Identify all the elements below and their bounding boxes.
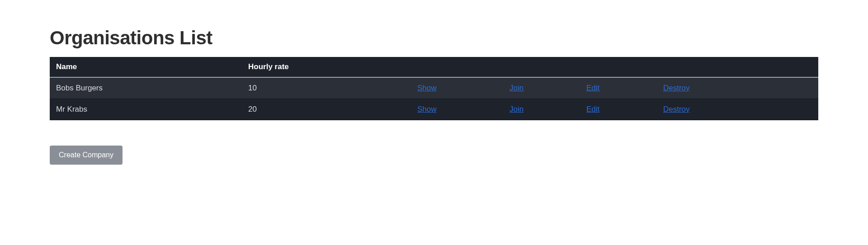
- destroy-link[interactable]: Destroy: [663, 105, 690, 113]
- column-header-edit: [580, 57, 657, 77]
- cell-hourly-rate: 10: [242, 77, 411, 99]
- edit-link[interactable]: Edit: [586, 105, 599, 113]
- page-container: Organisations List Name Hourly rate Bobs…: [0, 0, 868, 183]
- cell-edit: Edit: [580, 99, 657, 120]
- show-link[interactable]: Show: [417, 105, 437, 113]
- cell-edit: Edit: [580, 77, 657, 99]
- organisations-table: Name Hourly rate Bobs Burgers10ShowJoinE…: [50, 57, 818, 120]
- destroy-link[interactable]: Destroy: [663, 84, 690, 92]
- cell-join: Join: [503, 99, 580, 120]
- cell-show: Show: [411, 77, 503, 99]
- page-title: Organisations List: [50, 27, 818, 49]
- cell-destroy: Destroy: [657, 99, 818, 120]
- cell-destroy: Destroy: [657, 77, 818, 99]
- column-header-show: [411, 57, 503, 77]
- cell-show: Show: [411, 99, 503, 120]
- column-header-join: [503, 57, 580, 77]
- table-body: Bobs Burgers10ShowJoinEditDestroyMr Krab…: [50, 77, 818, 120]
- column-header-name: Name: [50, 57, 242, 77]
- cell-name: Mr Krabs: [50, 99, 242, 120]
- table-header: Name Hourly rate: [50, 57, 818, 77]
- column-header-hourly-rate: Hourly rate: [242, 57, 411, 77]
- table-row: Bobs Burgers10ShowJoinEditDestroy: [50, 77, 818, 99]
- cell-hourly-rate: 20: [242, 99, 411, 120]
- column-header-destroy: [657, 57, 818, 77]
- cell-join: Join: [503, 77, 580, 99]
- join-link[interactable]: Join: [509, 105, 524, 113]
- join-link[interactable]: Join: [509, 84, 524, 92]
- edit-link[interactable]: Edit: [586, 84, 599, 92]
- create-company-button[interactable]: Create Company: [50, 146, 123, 165]
- table-row: Mr Krabs20ShowJoinEditDestroy: [50, 99, 818, 120]
- show-link[interactable]: Show: [417, 84, 437, 92]
- cell-name: Bobs Burgers: [50, 77, 242, 99]
